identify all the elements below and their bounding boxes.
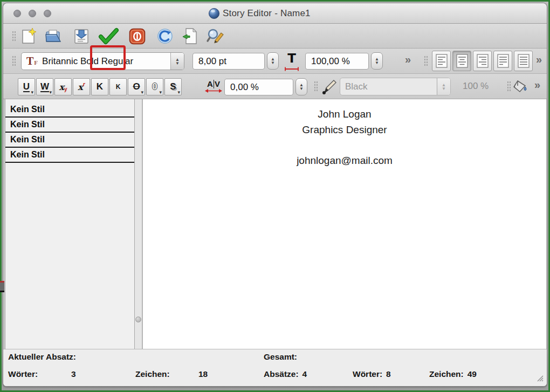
green-checkmark-icon	[98, 27, 119, 45]
paint-bucket-icon	[512, 79, 528, 94]
underline-button[interactable]: U▾	[18, 78, 35, 95]
superscript-button[interactable]: x r	[73, 78, 90, 95]
align-right-icon	[477, 54, 489, 68]
align-right-button[interactable]	[473, 51, 492, 71]
total-paragraphs-label: Absätze:	[264, 369, 299, 379]
screenshot-root: Story Editor - Name1	[0, 0, 550, 392]
close-window-button[interactable]	[13, 10, 21, 17]
open-button[interactable]	[44, 26, 63, 46]
shadow-text-button[interactable]: S▾	[164, 78, 182, 95]
subscript-button[interactable]: x y	[54, 78, 72, 95]
style-row[interactable]: Kein Stil	[5, 102, 134, 118]
kerning-arrow	[205, 88, 222, 93]
cancel-power-icon	[129, 28, 146, 45]
save-to-file-button[interactable]	[72, 26, 91, 46]
small-caps-button[interactable]: K	[109, 78, 127, 95]
total-words: Wörter: 8	[353, 369, 391, 379]
outline-text-button[interactable]: 0▾	[146, 78, 163, 95]
font-size-input[interactable]: 8,00 pt	[192, 53, 265, 70]
combo-stepper[interactable]: ▲▼	[170, 53, 184, 70]
underline-words-button[interactable]: W▾	[36, 78, 53, 95]
toolbar-grip[interactable]	[424, 56, 428, 66]
open-folder-icon	[45, 29, 62, 44]
style-row[interactable]: Kein Stil	[5, 133, 134, 148]
total-chars-label: Zeichen:	[429, 369, 464, 379]
horizontal-scale-input[interactable]: 100,00 %	[305, 53, 369, 70]
style-row[interactable]: Kein Stil	[5, 148, 134, 163]
tracking-input[interactable]: 0,00 %	[224, 79, 293, 95]
total-words-value: 8	[386, 369, 391, 379]
total-label: Gesamt:	[264, 352, 297, 362]
horizontal-scale-stepper[interactable]: ▲▼	[371, 52, 383, 70]
combo-stepper: ▲▼	[437, 78, 450, 95]
reload-icon	[157, 28, 173, 44]
all-caps-button[interactable]: K	[91, 78, 108, 95]
text-color-value: Black	[340, 81, 368, 92]
align-justify-button[interactable]	[493, 51, 512, 71]
total-paragraphs: Absätze: 4	[264, 369, 307, 379]
current-words-value: 3	[71, 369, 76, 379]
current-paragraph-label: Aktueller Absatz:	[8, 352, 76, 362]
story-text-editor[interactable]: John Logan Graphics Designer johnlogan@m…	[142, 99, 546, 349]
align-left-button[interactable]	[432, 51, 451, 71]
toolbar-grip[interactable]	[12, 56, 16, 66]
total-chars: Zeichen: 49	[429, 369, 477, 379]
cancel-button[interactable]	[128, 26, 146, 46]
shade-value: 100 %	[463, 81, 489, 92]
zoom-window-button[interactable]	[44, 10, 51, 17]
search-replace-button[interactable]	[206, 26, 224, 46]
kerning-icon: A V	[203, 77, 224, 96]
statusbar: Aktueller Absatz: Gesamt: Wörter: 3 Zeic…	[3, 349, 547, 386]
align-force-justify-button[interactable]	[514, 51, 533, 71]
toolbar-grip[interactable]	[507, 81, 511, 92]
screen-edge-artifact	[0, 281, 4, 292]
current-words-label: Wörter:	[8, 369, 38, 379]
panel-splitter[interactable]	[135, 99, 142, 349]
align-center-icon	[456, 54, 468, 68]
window-resize-grip[interactable]	[536, 374, 544, 382]
stroke-color-button[interactable]	[319, 77, 338, 97]
insert-page-icon	[182, 27, 197, 45]
align-justify-icon	[497, 54, 509, 68]
fill-color-button[interactable]	[511, 77, 530, 97]
horizontal-scale-icon: T	[284, 53, 300, 73]
paragraph-styles-panel: Kein Stil Kein Stil Kein Stil Kein Stil	[5, 99, 135, 349]
search-edit-icon	[206, 27, 224, 45]
editor-line: John Logan	[143, 107, 546, 122]
app-globe-icon	[209, 8, 219, 19]
total-words-label: Wörter:	[353, 369, 382, 379]
minimize-window-button[interactable]	[29, 10, 36, 17]
toolbar-grip[interactable]	[314, 81, 318, 92]
font-size-stepper[interactable]: ▲▼	[267, 52, 279, 70]
current-chars-value: 18	[198, 369, 208, 379]
font-family-icon: T F	[22, 55, 40, 67]
toolbar-overflow-chevron[interactable]: »	[534, 79, 540, 91]
insert-file-button[interactable]	[181, 26, 199, 46]
toolbar-overflow-chevron[interactable]: »	[536, 53, 542, 66]
main-toolbar	[3, 24, 547, 49]
splitter-handle-icon[interactable]	[135, 317, 141, 322]
current-chars-label: Zeichen:	[135, 369, 170, 379]
text-color-select: Black ▲▼	[340, 78, 451, 95]
editor-line: Graphics Designer	[143, 122, 546, 138]
scale-width-marker	[285, 67, 299, 71]
reload-text-button[interactable]	[156, 26, 174, 46]
save-icon	[73, 28, 90, 44]
total-paragraphs-value: 4	[302, 369, 307, 379]
tutorial-highlight-box	[90, 45, 126, 70]
character-toolbar: U▾ W▾ x y x r K K O▾ 0▾	[3, 74, 547, 99]
titlebar[interactable]: Story Editor - Name1	[3, 3, 547, 24]
align-left-icon	[436, 54, 448, 68]
tracking-stepper[interactable]: ▲▼	[295, 78, 307, 95]
update-text-and-exit-button[interactable]	[98, 26, 119, 46]
format-toolbar: T F Britannic Bold Regular ▲▼ 8,00 pt ▲▼…	[3, 49, 547, 74]
align-center-button[interactable]	[452, 51, 471, 71]
new-story-button[interactable]	[19, 26, 38, 46]
pencil-icon	[320, 79, 336, 95]
new-document-icon	[20, 27, 37, 45]
toolbar-overflow-chevron[interactable]: »	[405, 53, 411, 66]
story-editor-window: Story Editor - Name1	[3, 3, 547, 387]
toolbar-grip[interactable]	[12, 31, 16, 42]
style-row[interactable]: Kein Stil	[5, 118, 134, 133]
strikethrough-button[interactable]: O▾	[128, 78, 145, 95]
